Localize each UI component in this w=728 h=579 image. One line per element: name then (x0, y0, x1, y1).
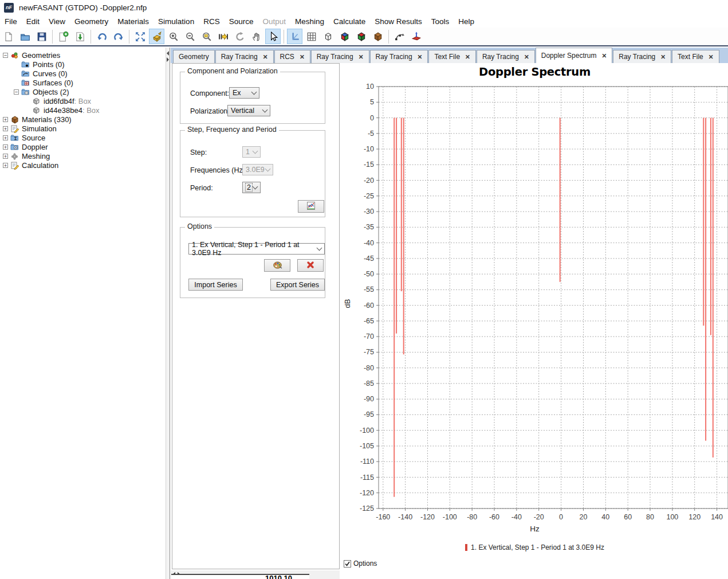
menu-item-source[interactable]: Source (225, 15, 258, 28)
rgb-cube-button[interactable] (337, 29, 352, 44)
tab-close-icon[interactable]: ✕ (601, 52, 607, 59)
tree-item-doppler[interactable]: +Doppler (0, 142, 166, 151)
expand-toggle-icon[interactable]: + (3, 144, 8, 150)
tab-ray-tracing[interactable]: Ray Tracing✕ (215, 50, 274, 63)
zoom-window-button[interactable] (199, 29, 214, 44)
tree-item-geometries[interactable]: −Geometries (0, 50, 166, 60)
frequencies-select[interactable]: 3.0E9 (242, 164, 273, 175)
tree-splitter[interactable] (166, 48, 170, 579)
zoom-out-button[interactable] (182, 29, 198, 44)
tab-rcs[interactable]: RCS✕ (274, 50, 310, 63)
save-button[interactable] (34, 29, 49, 44)
tab-close-icon[interactable]: ✕ (465, 53, 470, 60)
expand-toggle-icon[interactable]: + (3, 117, 8, 122)
save-icon (37, 32, 47, 42)
plane-axis-button[interactable] (408, 29, 424, 44)
tree-item-surfaces-0[interactable]: Surfaces (0) (0, 78, 166, 87)
rotate-button[interactable] (232, 29, 247, 44)
svg-text:80: 80 (646, 513, 654, 521)
menu-item-output[interactable]: Output (258, 15, 290, 28)
menu-item-materials[interactable]: Materials (113, 15, 154, 28)
move-button[interactable] (215, 29, 231, 44)
undo-button[interactable] (94, 29, 109, 44)
expand-toggle-icon[interactable]: + (3, 163, 8, 168)
pan-button[interactable] (249, 29, 264, 44)
tree-item-idd6fdb4f[interactable]: idd6fdb4f : Box (0, 96, 166, 105)
select-button[interactable] (265, 29, 281, 44)
menu-item-tools[interactable]: Tools (427, 15, 454, 28)
tree-item-curves-0[interactable]: Curves (0) (0, 69, 166, 78)
tab-close-icon[interactable]: ✕ (263, 53, 268, 60)
series-color-button[interactable] (264, 259, 290, 272)
tab-text-file[interactable]: Text File✕ (672, 50, 719, 63)
fit-view-button[interactable] (132, 29, 148, 44)
tree-item-simulation[interactable]: +Simulation (0, 124, 166, 133)
tab-close-icon[interactable]: ✕ (359, 53, 364, 60)
rgb-cube2-button[interactable] (353, 29, 369, 44)
menu-item-view[interactable]: View (44, 15, 70, 28)
menu-item-calculate[interactable]: Calculate (329, 15, 370, 28)
tab-ray-tracing[interactable]: Ray Tracing✕ (477, 50, 535, 63)
export-series-button[interactable]: Export Series (270, 279, 325, 291)
tree-item-calculation[interactable]: +Calculation (0, 161, 166, 170)
redo-button[interactable] (111, 29, 126, 44)
period-select[interactable]: 2 (242, 182, 261, 193)
expand-toggle-icon[interactable]: + (3, 154, 8, 159)
tree-item-materials-330[interactable]: +Materials (330) (0, 115, 166, 124)
show-plot-button[interactable] (298, 200, 324, 213)
splitter-collapse-left-icon[interactable] (167, 51, 169, 56)
svg-text:-30: -30 (364, 208, 374, 216)
tree-item-meshing[interactable]: +Meshing (0, 151, 166, 161)
perspective-button[interactable] (149, 29, 164, 44)
tab-ray-tracing[interactable]: Ray Tracing✕ (613, 50, 671, 63)
menu-item-edit[interactable]: Edit (22, 15, 44, 28)
expand-toggle-icon[interactable]: + (3, 135, 8, 140)
step-select[interactable]: 1 (242, 146, 261, 158)
axes-button[interactable] (287, 29, 302, 44)
tab-close-icon[interactable]: ✕ (524, 53, 529, 60)
plot-border (379, 87, 728, 508)
tree-item-objects-2[interactable]: −Objects (2) (0, 87, 166, 96)
zoom-in-button[interactable] (166, 29, 181, 44)
svg-text:-80: -80 (364, 364, 374, 372)
splitter-collapse-right-icon[interactable] (167, 57, 169, 62)
collapse-toggle-icon[interactable]: − (14, 89, 19, 95)
menu-item-rcs[interactable]: RCS (199, 15, 225, 28)
tree-item-points-0[interactable]: Points (0) (0, 60, 166, 69)
delete-series-button[interactable] (297, 259, 324, 272)
plane-axis-icon (411, 32, 422, 42)
tab-close-icon[interactable]: ✕ (300, 53, 305, 60)
menu-item-simulation[interactable]: Simulation (154, 15, 199, 28)
open-folder-button[interactable] (17, 29, 33, 44)
menu-item-meshing[interactable]: Meshing (290, 15, 329, 28)
import-series-button[interactable]: Import Series (188, 279, 243, 291)
tree-item-id44e38be4[interactable]: id44e38be4 : Box (0, 105, 166, 115)
import-doc-button[interactable] (72, 29, 88, 44)
menu-item-help[interactable]: Help (454, 15, 479, 28)
tab-ray-tracing[interactable]: Ray Tracing✕ (311, 50, 369, 63)
curve-button[interactable] (392, 29, 407, 44)
menu-item-geometry[interactable]: Geometry (70, 15, 113, 28)
tab-close-icon[interactable]: ✕ (660, 53, 666, 60)
menu-item-show-results[interactable]: Show Results (370, 15, 427, 28)
wire-cube-button[interactable] (320, 29, 336, 44)
textured-cube-button[interactable] (370, 29, 385, 44)
grid-button[interactable] (304, 29, 319, 44)
tab-close-icon[interactable]: ✕ (709, 53, 714, 60)
tab-ray-tracing[interactable]: Ray Tracing✕ (370, 50, 428, 63)
polarization-select[interactable]: Vertical (227, 105, 270, 116)
menu-item-file[interactable]: File (0, 15, 22, 28)
tree-item-source[interactable]: +Source (0, 133, 166, 142)
add-doc-button[interactable] (56, 29, 71, 44)
new-file-button[interactable] (1, 29, 16, 44)
tab-text-file[interactable]: Text File✕ (428, 50, 476, 63)
expand-toggle-icon[interactable]: + (3, 126, 8, 131)
options-checkbox[interactable] (344, 560, 351, 568)
series-select[interactable]: 1. Ex Vertical, Step 1 - Period 1 at 3.0… (188, 243, 325, 255)
tree-item-label: Doppler (22, 143, 48, 151)
tab-doppler-spectrum[interactable]: Doppler Spectrum✕ (536, 48, 613, 63)
tab-close-icon[interactable]: ✕ (418, 53, 423, 60)
tab-geometry[interactable]: Geometry (173, 50, 215, 63)
collapse-toggle-icon[interactable]: − (3, 53, 8, 58)
component-select[interactable]: Ex (229, 87, 259, 99)
